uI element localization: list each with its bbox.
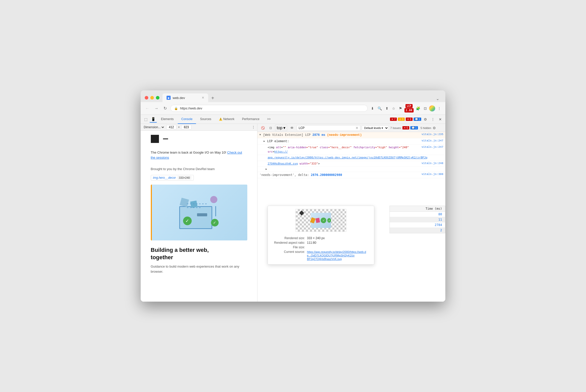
- tab-close-button[interactable]: ×: [202, 95, 204, 100]
- devtools-more-button[interactable]: ⋮: [430, 116, 436, 122]
- eye-filter-button[interactable]: 👁: [289, 125, 295, 131]
- log-levels-select[interactable]: Default levels ▾: [362, 125, 389, 130]
- lcp-prefix: [Web Vitals Extension] LCP: [263, 133, 311, 137]
- vitals-source-308[interactable]: vitals.js:308: [421, 173, 443, 176]
- delta-row: 'needs-improvement', delta: 2876.2000000…: [257, 172, 445, 178]
- flag-button[interactable]: ⚑: [398, 105, 403, 112]
- hero-image: ✓ ✓: [152, 185, 247, 240]
- site-logo-dash: [163, 138, 168, 139]
- popup-source-row: Current source: https://app.requestly.io…: [272, 250, 370, 261]
- extensions-button[interactable]: 🧩: [415, 105, 421, 112]
- back-button[interactable]: ←: [144, 105, 151, 112]
- img-src-link[interactable]: https://: [274, 150, 288, 153]
- tab-elements[interactable]: Elements: [157, 115, 177, 124]
- delta-message: 'needs-improvement', delta: 2876.2000000…: [259, 173, 419, 177]
- vitals-source-247[interactable]: vitals.js:247: [421, 139, 443, 142]
- timing-row-1: 80: [390, 212, 445, 217]
- inspect-element-button[interactable]: ⬚: [143, 116, 149, 122]
- page-title-section: Building a better web,together Guidance …: [147, 242, 251, 278]
- maximize-traffic-light[interactable]: [156, 96, 159, 100]
- filter-clear-button[interactable]: ✕: [355, 126, 359, 130]
- active-tab[interactable]: web.dev ×: [162, 93, 208, 102]
- vitals-source-248b[interactable]: vitals.js:248: [421, 162, 443, 165]
- split-view-button[interactable]: ⊡: [422, 105, 428, 112]
- lcp-element-label-row: ▶ LCP element: vitals.js:247: [257, 138, 445, 145]
- issues-count: 7 Issues: ✕ 6 💬 1: [390, 126, 418, 129]
- clear-console-button[interactable]: 🚫: [259, 125, 266, 131]
- tab-favicon: [167, 96, 171, 100]
- preview-pane: Dimension... × ⋮ The Chrome team is back: [141, 124, 257, 302]
- preview-viewport[interactable]: The Chrome team is back at Google I/O on…: [141, 131, 257, 302]
- nav-bar: ← → ↻ 🔒 https://web.dev ⬇ 🔍 ⬆ ☆ ⚑ LCP 2.…: [141, 102, 445, 115]
- timing-row-3: 2784: [390, 222, 445, 228]
- tab-list-chevron[interactable]: ⌄: [434, 95, 441, 102]
- brought-by-text: Brought to you by the Chrome DevRel team: [147, 164, 251, 174]
- tab-bar: web.dev × + ⌄: [162, 93, 441, 102]
- img-url-link2[interactable]: 27O4Hs8haszVnK.svg: [268, 162, 298, 165]
- download-button[interactable]: ⬇: [370, 105, 375, 112]
- device-mode-button[interactable]: 📱: [150, 116, 157, 123]
- devtools-settings-button[interactable]: ⚙: [422, 116, 429, 122]
- dimension-preset-select[interactable]: Dimension...: [143, 125, 165, 129]
- img-element-tooltip-container: img.hero__decor 333×240: [147, 174, 251, 183]
- popup-check-group: ✓: [321, 218, 326, 223]
- console-output-wrapper[interactable]: ▶ [Web Vitals Extension] LCP 2876 ms (ne…: [257, 132, 445, 302]
- width-input[interactable]: [166, 125, 176, 129]
- lock-icon: 🔒: [174, 107, 178, 110]
- height-input[interactable]: [181, 125, 191, 129]
- dimension-more-button[interactable]: ⋮: [252, 125, 255, 129]
- forward-button[interactable]: →: [153, 105, 160, 112]
- img-tag-close: 27O4Hs8haszVnK.svg width="333">: [268, 162, 419, 166]
- timing-row-4: 2: [390, 228, 445, 233]
- lcp-badge-label: LCP: [405, 104, 413, 108]
- img-element-tag: img.hero__decor 333×240: [151, 175, 194, 181]
- minimize-traffic-light[interactable]: [150, 96, 154, 100]
- illus-rect: [197, 213, 207, 216]
- popup-file-size-row: File size:: [272, 246, 370, 249]
- lcp-expand-triangle[interactable]: ▶: [259, 134, 262, 136]
- bookmark-button[interactable]: ☆: [391, 105, 397, 112]
- more-expand-row: ▶: [257, 167, 445, 172]
- console-filter[interactable]: ✕: [297, 125, 360, 131]
- context-label: top: [277, 126, 282, 130]
- more-triangle[interactable]: ▶: [266, 168, 267, 171]
- tab-console[interactable]: Console: [178, 115, 196, 124]
- popup-preview-area: ✓ ✓: [268, 206, 374, 234]
- img-url-link[interactable]: app.requestly.io/delay/2000/https://web-…: [268, 156, 427, 159]
- issues-msg-badge: 💬 1: [410, 126, 418, 129]
- lcp-element-triangle[interactable]: ▶: [264, 140, 265, 143]
- refresh-button[interactable]: ↻: [162, 105, 168, 112]
- popup-source-link[interactable]: https://app.requestly.io/delay/2000/http…: [307, 250, 366, 260]
- illus-vert-line: [215, 206, 216, 216]
- create-filter-button[interactable]: ⊡: [268, 125, 273, 131]
- popup-mini-image: ✓ ✓: [311, 213, 331, 228]
- console-toolbar: 🚫 ⊡ top ▾ 👁 ✕ Default levels ▾ 7 Issues:: [257, 124, 445, 132]
- popup-check2: ✓: [327, 218, 331, 223]
- filter-input[interactable]: [299, 126, 354, 130]
- context-selector[interactable]: top ▾: [275, 125, 287, 131]
- url-text: https://web.dev: [180, 106, 364, 110]
- illus-line1: [187, 204, 207, 204]
- more-tabs-button[interactable]: >>: [264, 115, 274, 124]
- menu-button[interactable]: ⋮: [436, 105, 442, 112]
- tab-performance[interactable]: Performance: [238, 115, 263, 124]
- img-tag-size: 333×240: [177, 176, 191, 179]
- lcp-badge-container[interactable]: LCP 2.88: [404, 104, 414, 112]
- timing-row-2: 11: [390, 217, 445, 222]
- devtools-close-button[interactable]: ✕: [437, 116, 443, 122]
- console-settings-button[interactable]: ⚙: [433, 126, 436, 130]
- url-bar[interactable]: 🔒 https://web.dev: [170, 105, 368, 112]
- img-tag-close-row: 27O4Hs8haszVnK.svg width="333"> vitals.j…: [257, 161, 445, 167]
- profile-avatar[interactable]: [429, 105, 435, 111]
- popup-rendered-size-value: 333 × 240 px: [307, 236, 325, 240]
- devtools-panel: 🚫 ⊡ top ▾ 👁 ✕ Default levels ▾ 7 Issues:: [257, 124, 445, 302]
- new-tab-button[interactable]: +: [209, 94, 216, 102]
- search-button[interactable]: 🔍: [376, 105, 383, 112]
- close-traffic-light[interactable]: [145, 96, 148, 100]
- tab-sources[interactable]: Sources: [197, 115, 215, 124]
- timing-table-header: Time (ms): [390, 206, 445, 212]
- tab-network[interactable]: Network: [215, 115, 238, 124]
- popup-shape1: [310, 217, 316, 223]
- share-button[interactable]: ⬆: [384, 105, 390, 112]
- vitals-source-235[interactable]: vitals.js:235: [421, 133, 443, 136]
